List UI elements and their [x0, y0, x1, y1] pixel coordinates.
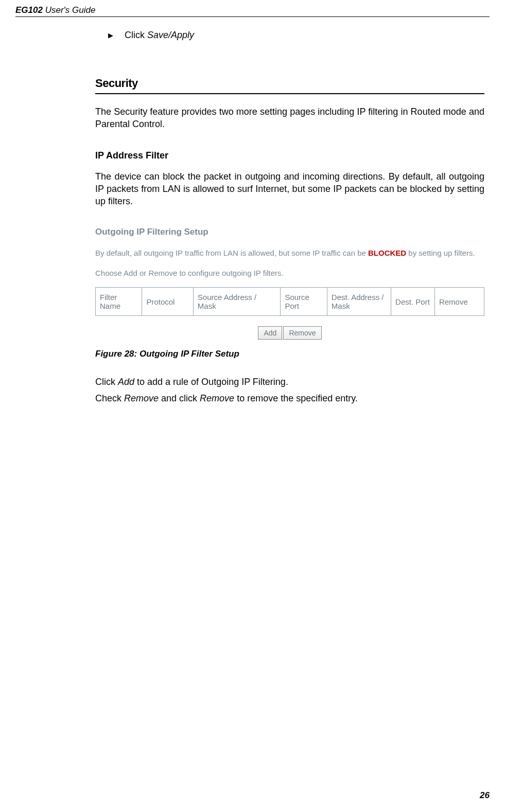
add-button[interactable]: Add	[258, 326, 282, 340]
figure-desc-post: by setting up filters.	[406, 249, 475, 257]
inst2-action2: Remove	[200, 393, 234, 403]
figure-desc-line2: Choose Add or Remove to configure outgoi…	[95, 268, 484, 279]
col-source-port: Source Port	[281, 288, 327, 316]
bullet-prefix: Click	[125, 30, 147, 40]
header-model: EG102	[15, 5, 43, 15]
col-dest-port: Dest. Port	[391, 288, 435, 316]
inst2-pre: Check	[95, 393, 124, 403]
inst1-action: Add	[118, 377, 134, 387]
ip-filter-desc: The device can block the packet in outgo…	[95, 170, 484, 208]
col-remove: Remove	[434, 288, 484, 316]
col-dest-addr: Dest. Address / Mask	[327, 288, 391, 316]
page-header: EG102 User's Guide	[15, 0, 490, 17]
section-intro: The Security feature provides two more s…	[95, 105, 484, 131]
figure-caption: Figure 28: Outgoing IP Filter Setup	[95, 349, 484, 359]
inst2-post: to remove the specified entry.	[234, 393, 358, 403]
instruction-add: Click Add to add a rule of Outgoing IP F…	[95, 376, 484, 389]
header-doc-label: User's Guide	[45, 5, 96, 15]
figure-desc-blocked: BLOCKED	[368, 249, 406, 257]
inst1-pre: Click	[95, 377, 118, 387]
bullet-action: Save/Apply	[147, 30, 194, 40]
figure-outgoing-ip-filter: Outgoing IP Filtering Setup By default, …	[95, 227, 484, 340]
figure-title: Outgoing IP Filtering Setup	[95, 227, 484, 237]
button-row: AddRemove	[95, 326, 484, 340]
bullet-arrow-icon: ▶	[108, 31, 113, 39]
instruction-remove: Check Remove and click Remove to remove …	[95, 392, 484, 405]
col-source-addr: Source Address / Mask	[193, 288, 281, 316]
col-filter-name: Filter Name	[96, 288, 142, 316]
inst2-action1: Remove	[124, 393, 159, 403]
bullet-text: Click Save/Apply	[125, 30, 194, 41]
page: EG102 User's Guide ▶ Click Save/Apply Se…	[0, 0, 505, 812]
figure-desc-pre: By default, all outgoing IP traffic from…	[95, 249, 368, 257]
remove-button[interactable]: Remove	[283, 326, 321, 340]
figure-desc-line1: By default, all outgoing IP traffic from…	[95, 248, 484, 259]
inst1-post: to add a rule of Outgoing IP Filtering.	[134, 377, 288, 387]
col-protocol: Protocol	[142, 288, 193, 316]
ip-filter-heading: IP Address Filter	[95, 150, 484, 161]
header-title: EG102 User's Guide	[15, 5, 95, 15]
content-area: ▶ Click Save/Apply Security The Security…	[15, 17, 490, 405]
bullet-item: ▶ Click Save/Apply	[95, 30, 484, 41]
page-number: 26	[480, 790, 490, 801]
table-header-row: Filter Name Protocol Source Address / Ma…	[96, 288, 484, 316]
inst2-mid: and click	[159, 393, 200, 403]
section-title: Security	[95, 77, 484, 94]
filter-table: Filter Name Protocol Source Address / Ma…	[95, 287, 484, 316]
